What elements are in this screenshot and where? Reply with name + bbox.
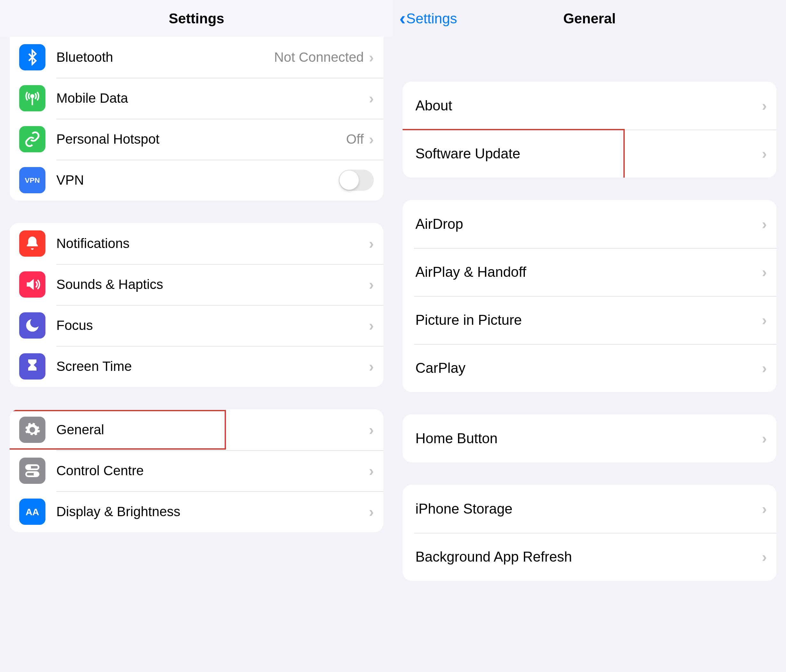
svg-text:AA: AA [25,507,39,517]
settings-row-notifications[interactable]: Notifications› [9,223,384,264]
general-row-background-refresh[interactable]: Background App Refresh› [402,533,777,581]
chevron-right-icon: › [762,217,767,231]
settings-row-screen-time[interactable]: Screen Time› [9,346,384,387]
navbar: ‹ Settings General [393,0,786,37]
hourglass-icon [19,353,46,380]
general-row-carplay[interactable]: CarPlay› [402,344,777,392]
chevron-right-icon: › [762,265,767,279]
chevron-right-icon: › [369,359,374,374]
bluetooth-icon [19,44,46,71]
svg-point-3 [28,466,30,469]
general-group-sharing: AirDrop›AirPlay & Handoff›Picture in Pic… [402,200,777,392]
chevron-right-icon: › [369,504,374,519]
aa-icon: AA [19,499,46,525]
chevron-right-icon: › [762,361,767,375]
settings-row-sounds[interactable]: Sounds & Haptics› [9,264,384,305]
gear-icon [19,417,46,443]
settings-content: BluetoothNot Connected›Mobile Data›Perso… [0,37,393,672]
back-label: Settings [406,11,457,27]
antenna-icon [19,85,46,111]
settings-row-personal-hotspot[interactable]: Personal HotspotOff› [9,119,384,160]
row-label: Screen Time [56,359,367,374]
settings-row-display[interactable]: AADisplay & Brightness› [9,491,384,532]
settings-row-general[interactable]: General› [9,409,384,450]
row-label: Bluetooth [56,50,274,65]
row-label: Software Update [415,146,760,162]
row-label: iPhone Storage [415,501,760,517]
link-icon [19,126,46,152]
chevron-right-icon: › [762,550,767,564]
settings-row-mobile-data[interactable]: Mobile Data› [9,78,384,119]
moon-icon [19,312,46,339]
settings-row-bluetooth[interactable]: BluetoothNot Connected› [9,37,384,78]
page-title: Settings [0,11,393,27]
vpn-icon: VPN [19,167,46,193]
row-label: Home Button [415,430,760,446]
chevron-right-icon: › [369,132,374,146]
bell-icon [19,231,46,257]
settings-group-general: General›Control Centre›AADisplay & Brigh… [9,409,384,532]
row-value: Not Connected [274,50,363,65]
chevron-right-icon: › [762,312,767,327]
general-row-airdrop[interactable]: AirDrop› [402,200,777,248]
row-label: Sounds & Haptics [56,277,367,292]
svg-point-0 [31,95,34,97]
svg-point-5 [35,473,38,476]
general-group-home: Home Button› [402,415,777,462]
chevron-right-icon: › [762,431,767,446]
general-row-airplay[interactable]: AirPlay & Handoff› [402,248,777,296]
row-label: CarPlay [415,360,760,376]
settings-group-sounds: Notifications›Sounds & Haptics›Focus›Scr… [9,223,384,387]
row-label: Background App Refresh [415,549,760,565]
chevron-right-icon: › [369,277,374,292]
chevron-right-icon: › [369,50,374,64]
chevron-right-icon: › [369,236,374,251]
row-label: Control Centre [56,463,367,478]
general-row-iphone-storage[interactable]: iPhone Storage› [402,485,777,533]
chevron-right-icon: › [762,98,767,113]
row-label: Picture in Picture [415,312,760,328]
vpn-toggle[interactable] [339,170,374,191]
general-row-about[interactable]: About› [402,82,777,130]
settings-row-vpn[interactable]: VPNVPN [9,160,384,201]
general-group-storage: iPhone Storage›Background App Refresh› [402,485,777,581]
general-row-pip[interactable]: Picture in Picture› [402,296,777,344]
row-label: AirPlay & Handoff [415,264,760,280]
row-label: Notifications [56,236,367,251]
settings-screen: Settings BluetoothNot Connected›Mobile D… [0,0,393,672]
row-label: VPN [56,173,339,188]
row-label: Focus [56,318,367,333]
general-screen: ‹ Settings General About›Software Update… [393,0,786,672]
general-group-about: About›Software Update› [402,82,777,177]
settings-group-connectivity: BluetoothNot Connected›Mobile Data›Perso… [9,37,384,201]
chevron-right-icon: › [369,318,374,333]
general-row-software-update[interactable]: Software Update› [402,130,777,177]
settings-row-control-centre[interactable]: Control Centre› [9,450,384,491]
chevron-right-icon: › [762,501,767,516]
row-label: Mobile Data [56,91,367,106]
general-content: About›Software Update› AirDrop›AirPlay &… [393,37,786,672]
row-label: AirDrop [415,216,760,232]
general-row-home-button[interactable]: Home Button› [402,415,777,462]
back-button[interactable]: ‹ Settings [393,11,457,27]
chevron-right-icon: › [762,146,767,161]
chevron-right-icon: › [369,463,374,478]
row-label: General [56,422,367,437]
settings-row-focus[interactable]: Focus› [9,305,384,346]
chevron-right-icon: › [369,422,374,437]
toggles-icon [19,458,46,484]
row-label: About [415,97,760,114]
speaker-icon [19,272,46,298]
chevron-right-icon: › [369,91,374,105]
navbar: Settings [0,0,393,37]
row-label: Personal Hotspot [56,132,346,147]
row-label: Display & Brightness [56,504,367,520]
row-value: Off [346,132,363,147]
chevron-left-icon: ‹ [399,11,406,26]
svg-text:VPN: VPN [25,176,40,184]
